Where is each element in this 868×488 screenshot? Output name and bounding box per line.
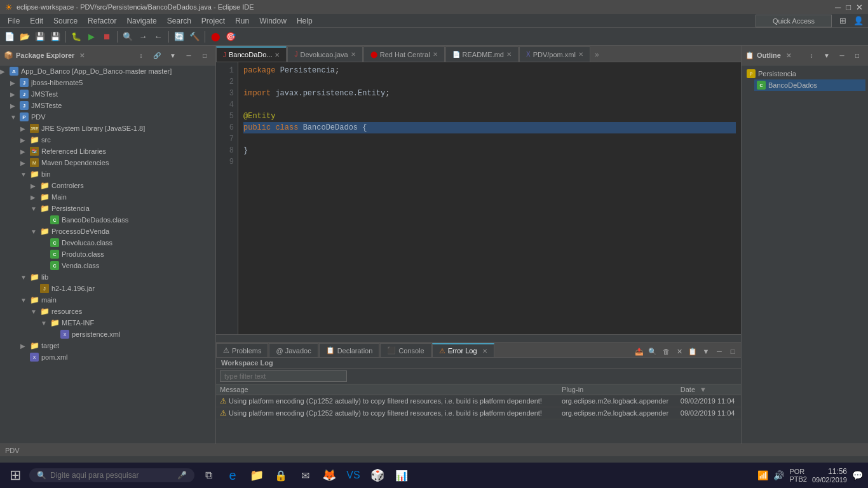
debug-button[interactable]: 🐛	[69, 30, 83, 44]
tree-item-jre[interactable]: ▶ JRE JRE System Library [JavaSE-1.8]	[0, 123, 215, 134]
taskbar-search-input[interactable]	[50, 471, 173, 480]
minimize-button[interactable]: ─	[835, 3, 841, 12]
tree-item-devolucao-class[interactable]: ▶ C Devolucao.class	[0, 237, 215, 248]
taskbar-search-box[interactable]: 🔍 🎤	[29, 468, 194, 482]
tab-pom[interactable]: X PDV/pom.xml ✕	[519, 46, 590, 62]
copy-btn[interactable]: 📋	[687, 346, 698, 357]
tree-item-persistence-xml[interactable]: ▶ X persistence.xml	[0, 329, 215, 340]
export-btn[interactable]: 📤	[634, 346, 645, 357]
outline-close-icon[interactable]: ✕	[786, 52, 791, 59]
tab-close-icon[interactable]: ✕	[433, 51, 438, 58]
tab-close-icon[interactable]: ✕	[482, 348, 487, 355]
table-row[interactable]: ⚠ Using platform encoding (Cp1252 actual…	[216, 407, 741, 419]
tree-item-maven[interactable]: ▶ M Maven Dependencies	[0, 157, 215, 168]
close-button[interactable]: ✕	[856, 3, 863, 12]
tree-item-persistencia[interactable]: ▼ 📁 Persistencia	[0, 203, 215, 214]
tree-item-pdv[interactable]: ▼ P PDV	[0, 111, 215, 123]
vscode-button[interactable]: VS	[343, 465, 363, 485]
title-bar-controls[interactable]: ─ □ ✕	[835, 3, 863, 12]
tree-item-h2-jar[interactable]: ▶ J h2-1.4.196.jar	[0, 283, 215, 294]
bottom-menu-btn[interactable]: ─	[714, 346, 725, 357]
pe-collapse-btn[interactable]: ↕	[134, 48, 148, 62]
maximize-button[interactable]: □	[846, 3, 851, 12]
firefox-button[interactable]: 🦊	[319, 465, 339, 485]
tree-item-app-do-banco[interactable]: ▶ A App_Do_Banco [App_Do_Banco-master ma…	[0, 65, 215, 77]
notification-icon[interactable]: 💬	[852, 470, 863, 480]
dice-button[interactable]: 🎲	[367, 465, 388, 485]
tree-item-bancodedados-class[interactable]: ▶ C BancoDeDados.class	[0, 214, 215, 226]
edge-button[interactable]: e	[222, 465, 243, 485]
tree-item-main[interactable]: ▶ 📁 Main	[0, 191, 215, 203]
tree-item-src[interactable]: ▶ 📁 src	[0, 134, 215, 146]
mail-button[interactable]: ✉	[295, 465, 315, 485]
tab-close-icon[interactable]: ✕	[506, 51, 512, 58]
tree-item-main-folder[interactable]: ▼ 📁 main	[0, 294, 215, 306]
pe-minimize-btn[interactable]: ─	[182, 48, 196, 62]
clear-btn[interactable]: 🗑	[660, 346, 672, 357]
tab-close-icon[interactable]: ✕	[578, 51, 583, 58]
run-button[interactable]: ▶	[85, 30, 98, 44]
tree-item-jboss-h5[interactable]: ▶ J jboss-hibernate5	[0, 77, 215, 88]
tab-close-icon[interactable]: ✕	[351, 51, 356, 58]
pe-link-btn[interactable]: 🔗	[150, 48, 164, 62]
tab-readme[interactable]: 📄 README.md ✕	[445, 46, 519, 62]
outline-filter-btn[interactable]: ▼	[820, 48, 834, 62]
filter-btn[interactable]: 🔍	[647, 346, 658, 357]
outline-item-persistencia[interactable]: P Persistencia	[744, 68, 865, 79]
perspective-btn-1[interactable]: ⊞	[836, 14, 850, 28]
tree-item-bin[interactable]: ▼ 📁 bin	[0, 168, 215, 180]
search-button[interactable]: 🔍	[121, 30, 135, 44]
tree-item-jmstest[interactable]: ▶ J JMSTest	[0, 88, 215, 100]
menu-project[interactable]: Project	[196, 15, 230, 27]
menu-refactor[interactable]: Refactor	[83, 15, 121, 27]
tree-item-ref-libs[interactable]: ▶ 📚 Referenced Libraries	[0, 146, 215, 157]
tree-item-venda-class[interactable]: ▶ C Venda.class	[0, 260, 215, 271]
tree-item-pom-xml[interactable]: ▶ X pom.xml	[0, 351, 215, 363]
tree-item-target[interactable]: ▶ 📁 target	[0, 340, 215, 351]
tree-item-meta-inf[interactable]: ▼ 📁 META-INF	[0, 317, 215, 329]
filter-input[interactable]	[220, 370, 347, 382]
collapse-btn[interactable]: ▼	[700, 346, 712, 357]
table-row[interactable]: ⚠ Using platform encoding (Cp1252 actual…	[216, 395, 741, 407]
tree-item-processovenda[interactable]: ▼ 📁 ProcessoDeVenda	[0, 226, 215, 237]
outline-sort-btn[interactable]: ↕	[804, 48, 818, 62]
build-button[interactable]: 🔨	[187, 30, 201, 44]
tree-item-lib[interactable]: ▼ 📁 lib	[0, 271, 215, 283]
code-text[interactable]: package Persistencia; import javax.persi…	[238, 62, 741, 334]
tree-item-jmsteste[interactable]: ▶ J JMSTeste	[0, 100, 215, 111]
next-button[interactable]: →	[136, 30, 150, 44]
tab-error-log[interactable]: ⚠ Error Log ✕	[432, 343, 494, 357]
jboss-icon[interactable]: 🎯	[224, 30, 238, 44]
perspective-btn-2[interactable]: 👤	[851, 14, 865, 28]
prev-button[interactable]: ←	[151, 30, 165, 44]
tab-devolucao[interactable]: J Devolucao.java ✕	[287, 46, 362, 62]
pe-maximize-btn[interactable]: □	[198, 48, 212, 62]
redhat-icon[interactable]: ⬤	[208, 30, 222, 44]
quick-access-button[interactable]: Quick Access	[756, 15, 832, 27]
horizontal-scrollbar[interactable]	[216, 334, 741, 342]
code-editor[interactable]: 1 2 3 4 5 6 7 8 9 package Persistencia; …	[216, 62, 741, 334]
tab-close-icon[interactable]: ✕	[275, 51, 280, 58]
stop-button[interactable]: ⏹	[100, 30, 114, 44]
menu-navigate[interactable]: Navigate	[121, 15, 161, 27]
tab-declaration[interactable]: 📋 Declaration	[319, 343, 380, 357]
tab-redhat[interactable]: ⬤ Red Hat Central ✕	[363, 46, 445, 62]
outline-max-btn[interactable]: □	[850, 48, 864, 62]
save-button[interactable]: 💾	[33, 30, 47, 44]
bottom-max-btn[interactable]: □	[727, 346, 738, 357]
outline-min-btn[interactable]: ─	[835, 48, 849, 62]
eclipse-taskbar-button[interactable]: 📊	[391, 465, 412, 485]
save-all-button[interactable]: 💾	[48, 30, 62, 44]
refresh-button[interactable]: 🔄	[172, 30, 186, 44]
tree-item-produto-class[interactable]: ▶ C Produto.class	[0, 248, 215, 260]
package-explorer-close-icon[interactable]: ✕	[79, 52, 85, 59]
settings-button[interactable]: 🔒	[271, 465, 291, 485]
tab-problems[interactable]: ⚠ Problems	[216, 343, 268, 357]
outline-item-bancodedados[interactable]: C BancoDeDados	[754, 79, 865, 91]
menu-search[interactable]: Search	[162, 15, 196, 27]
pe-menu-btn[interactable]: ▼	[166, 48, 180, 62]
menu-help[interactable]: Help	[292, 15, 318, 27]
open-button[interactable]: 📂	[18, 30, 32, 44]
tab-javadoc[interactable]: @ Javadoc	[269, 343, 318, 357]
menu-run[interactable]: Run	[230, 15, 254, 27]
